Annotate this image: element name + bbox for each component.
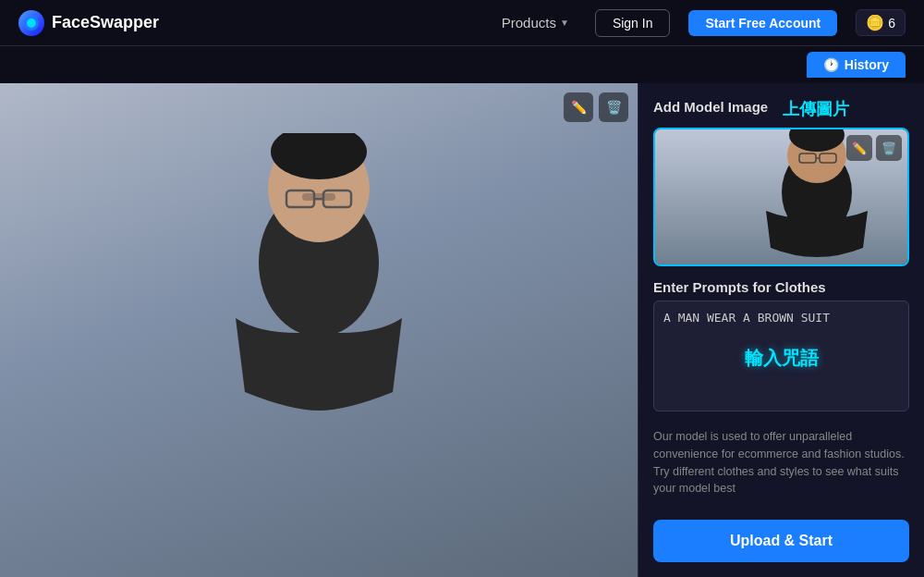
right-panel: Add Model Image 上傳圖片 bbox=[638, 83, 924, 577]
upload-start-button[interactable]: Upload & Start bbox=[653, 520, 909, 562]
start-free-account-button[interactable]: Start Free Account bbox=[688, 10, 837, 36]
credits-badge[interactable]: 🪙 6 bbox=[856, 9, 906, 36]
prompts-wrapper: A MAN WEAR A BROWN SUIT 輸入咒語 bbox=[653, 301, 909, 415]
model-image-actions: ✏️ 🗑️ bbox=[846, 135, 902, 161]
products-menu[interactable]: Products ▼ bbox=[494, 11, 577, 34]
delete-model-image-button[interactable]: 🗑️ bbox=[876, 135, 902, 161]
model-photo-area bbox=[0, 83, 638, 577]
prompts-textarea[interactable]: A MAN WEAR A BROWN SUIT bbox=[653, 301, 909, 411]
model-image-box[interactable]: ✏️ 🗑️ bbox=[653, 128, 909, 266]
chevron-down-icon: ▼ bbox=[560, 18, 569, 28]
edit-model-image-button[interactable]: ✏️ bbox=[846, 135, 872, 161]
photo-actions: ✏️ 🗑️ bbox=[564, 92, 628, 122]
signin-button[interactable]: Sign In bbox=[595, 9, 671, 37]
credits-icon: 🪙 bbox=[866, 14, 884, 31]
prompts-label: Enter Prompts for Clothes bbox=[653, 279, 909, 295]
upload-hint-text: 上傳圖片 bbox=[783, 98, 849, 120]
delete-photo-button[interactable]: 🗑️ bbox=[599, 92, 628, 122]
products-label: Products bbox=[502, 15, 556, 31]
credits-count: 6 bbox=[888, 16, 895, 31]
logo-text: FaceSwapper bbox=[52, 13, 159, 32]
prompts-section: Enter Prompts for Clothes A MAN WEAR A B… bbox=[653, 279, 909, 415]
history-tab-row: 🕐 History bbox=[0, 46, 924, 83]
add-model-header: Add Model Image 上傳圖片 bbox=[653, 98, 909, 120]
svg-point-1 bbox=[27, 18, 36, 28]
add-model-section: Add Model Image 上傳圖片 bbox=[653, 98, 909, 266]
logo[interactable]: FaceSwapper bbox=[18, 10, 159, 36]
history-icon: 🕐 bbox=[823, 57, 839, 72]
main-content: ✏️ 🗑️ Add Model Image 上傳圖片 bbox=[0, 83, 924, 577]
logo-icon bbox=[18, 10, 44, 36]
navbar: FaceSwapper Products ▼ Sign In Start Fre… bbox=[0, 0, 924, 46]
history-tab[interactable]: 🕐 History bbox=[807, 52, 906, 78]
add-model-label: Add Model Image bbox=[653, 99, 768, 115]
description-text: Our model is used to offer unparalleled … bbox=[653, 428, 909, 497]
history-label: History bbox=[845, 57, 889, 72]
left-panel: ✏️ 🗑️ bbox=[0, 83, 638, 577]
edit-photo-button[interactable]: ✏️ bbox=[564, 92, 593, 122]
